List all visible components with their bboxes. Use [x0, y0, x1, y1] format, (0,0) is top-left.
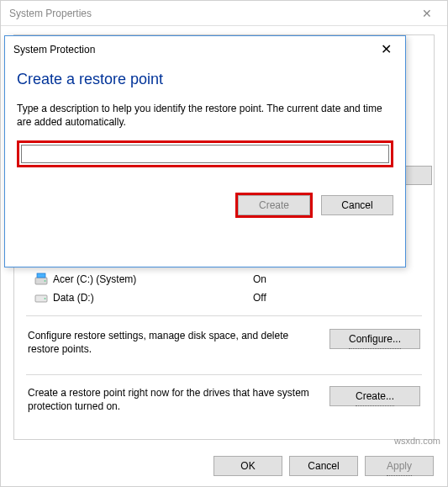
configure-text: Configure restore settings, manage disk …: [28, 329, 321, 356]
parent-titlebar: System Properties ✕: [1, 1, 447, 26]
create-point-button-label: Create...: [356, 387, 394, 406]
restore-point-description-input[interactable]: [21, 145, 389, 163]
configure-button[interactable]: Configure...: [329, 329, 420, 349]
svg-point-4: [45, 298, 46, 299]
dialog-button-row: OK Cancel Apply: [213, 456, 434, 476]
modal-title: System Protection: [13, 44, 95, 56]
drive-status: On: [253, 273, 266, 285]
create-button-highlight: Create: [235, 193, 313, 218]
group-divider: [26, 315, 422, 316]
configure-section: Configure restore settings, manage disk …: [28, 329, 420, 356]
group-divider: [26, 374, 422, 375]
drive-list: Acer (C:) (System) On Data (D:) Off: [34, 270, 414, 307]
drive-status: Off: [253, 292, 266, 304]
drive-row[interactable]: Acer (C:) (System) On: [34, 270, 414, 288]
apply-button: Apply: [365, 456, 434, 476]
create-section-text: Create a restore point right now for the…: [28, 386, 321, 413]
parent-close-button[interactable]: ✕: [415, 5, 439, 22]
modal-heading: Create a restore point: [5, 66, 405, 98]
drive-row[interactable]: Data (D:) Off: [34, 288, 414, 307]
modal-description: Type a description to help you identify …: [5, 98, 405, 140]
modal-titlebar: System Protection ✕: [5, 36, 405, 66]
drive-name: Acer (C:) (System): [53, 273, 253, 285]
drive-name: Data (D:): [53, 292, 253, 304]
cancel-button[interactable]: Cancel: [289, 456, 358, 476]
ok-button[interactable]: OK: [213, 456, 282, 476]
apply-button-label: Apply: [387, 457, 412, 476]
create-point-button[interactable]: Create...: [329, 386, 420, 406]
drive-system-icon: [34, 273, 48, 286]
create-section: Create a restore point right now for the…: [28, 386, 420, 413]
watermark: wsxdn.com: [394, 436, 440, 446]
modal-create-button[interactable]: Create: [238, 195, 310, 215]
svg-point-2: [45, 280, 46, 282]
svg-rect-1: [37, 273, 45, 278]
description-input-highlight: [17, 140, 393, 167]
parent-title: System Properties: [9, 8, 92, 19]
drive-disk-icon: [34, 291, 48, 304]
system-protection-dialog: System Protection ✕ Create a restore poi…: [4, 35, 406, 267]
close-icon[interactable]: ✕: [376, 41, 397, 57]
modal-cancel-button[interactable]: Cancel: [321, 195, 393, 215]
modal-button-row: Create Cancel: [5, 193, 405, 230]
configure-button-label: Configure...: [349, 330, 401, 349]
